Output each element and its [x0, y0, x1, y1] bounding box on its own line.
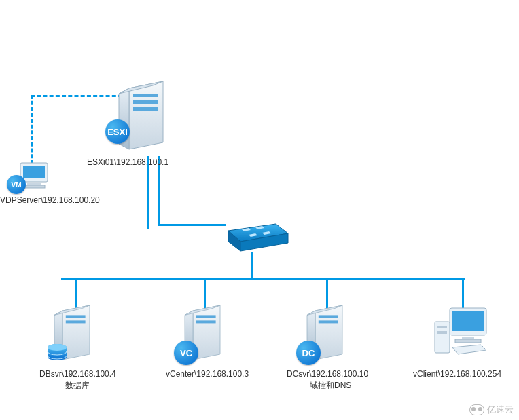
drop-vcenter: [204, 278, 206, 309]
svg-rect-3: [133, 94, 158, 97]
svg-rect-32: [462, 337, 474, 339]
watermark: 亿速云: [469, 404, 514, 416]
watermark-text: 亿速云: [487, 404, 514, 416]
db-label: DBsvr\192.168.100.4: [39, 369, 116, 379]
dc-label: DCsvr\192.168.100.10: [287, 369, 368, 379]
svg-rect-16: [66, 315, 86, 318]
drop-vclient: [462, 278, 464, 309]
vdp-label: VDPServer\192.168.100.20: [0, 195, 100, 205]
database-icon: [45, 342, 69, 366]
bus: [61, 278, 465, 280]
svg-rect-35: [437, 326, 447, 328]
svg-rect-23: [196, 315, 216, 318]
svg-rect-17: [66, 320, 86, 323]
svg-rect-7: [23, 166, 45, 178]
svg-marker-0: [129, 81, 163, 149]
db-sub: 数据库: [65, 380, 90, 392]
link-esxi-switch-2b: [158, 224, 226, 226]
svg-rect-4: [133, 100, 158, 104]
svg-rect-33: [455, 339, 481, 343]
link-esxi-switch-1: [147, 156, 149, 229]
link-esxi-vdp-h: [31, 95, 122, 97]
svg-point-19: [48, 344, 67, 351]
svg-marker-37: [452, 345, 486, 354]
dc-sub: 域控和DNS: [310, 380, 351, 392]
esxi-badge: ESXI: [105, 119, 130, 144]
vm-badge: VM: [7, 175, 26, 194]
svg-rect-36: [437, 331, 447, 334]
drop-db: [75, 278, 77, 309]
esxi-badge-text: ESXI: [107, 127, 128, 137]
drop-dc: [326, 278, 328, 309]
server-icon: [115, 81, 177, 156]
watermark-icon: [469, 404, 484, 415]
link-switch-bus: [251, 252, 253, 280]
svg-rect-5: [133, 107, 158, 111]
link-esxi-vdp-v: [31, 95, 33, 164]
vcenter-label: vCenter\192.168.100.3: [166, 369, 249, 379]
dc-badge: DC: [296, 341, 321, 365]
vc-badge-text: VC: [180, 348, 192, 358]
diagram-canvas: ESXI ESXi01\192.168.100.1 VM VDPServer\1…: [0, 0, 519, 420]
vc-badge: VC: [174, 341, 198, 365]
vm-badge-text: VM: [12, 181, 22, 189]
svg-rect-31: [452, 311, 484, 331]
svg-rect-9: [23, 185, 45, 188]
esxi-label: ESXi01\192.168.100.1: [87, 157, 168, 167]
switch-icon: [221, 221, 289, 254]
dc-badge-text: DC: [302, 348, 315, 358]
workstation-icon: [432, 307, 490, 360]
svg-rect-29: [319, 320, 338, 323]
vclient-label: vClient\192.168.100.254: [413, 369, 501, 379]
svg-rect-24: [196, 320, 216, 323]
svg-rect-28: [319, 315, 338, 318]
